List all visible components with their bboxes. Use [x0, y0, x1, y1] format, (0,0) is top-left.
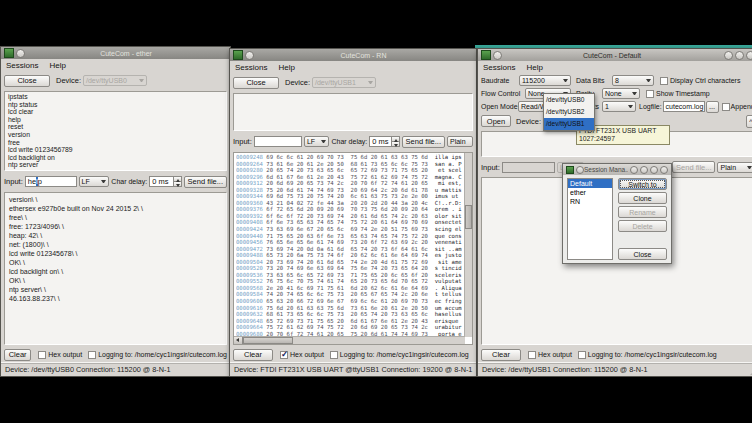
- menubar: Sessions Help: [478, 61, 752, 74]
- history-item[interactable]: lcd clear: [8, 108, 223, 116]
- logging-path: /home/cyc1ingsir/cutecom.log: [135, 351, 227, 358]
- device-dropdown-popup[interactable]: /dev/ttyUSB0/dev/ttyUSB2/dev/ttyUSB1: [543, 93, 595, 131]
- status-bar: Device: FTDI FT231X USB UART @ttyUSB1 Co…: [230, 362, 476, 376]
- close-icon[interactable]: [746, 51, 752, 60]
- output-line: ethersex e927b0e built on Nov 24 2015 2\…: [9, 204, 222, 213]
- menu-sessions[interactable]: Sessions: [483, 63, 515, 72]
- input-field[interactable]: help: [25, 176, 77, 187]
- display-mode-combo[interactable]: Plain: [717, 162, 752, 173]
- stop-bits-combo[interactable]: 1: [602, 101, 636, 112]
- device-option[interactable]: /dev/ttyUSB2: [544, 106, 594, 118]
- show-timestamp-label: Show Timestamp: [656, 90, 710, 97]
- device-label: Device:: [285, 78, 310, 87]
- logging-checkbox[interactable]: [578, 351, 586, 359]
- rename-button: Rename: [618, 206, 667, 218]
- delete-button: Delete: [618, 220, 667, 232]
- flow-control-label: Flow Control: [481, 90, 523, 97]
- baudrate-combo[interactable]: 115200: [519, 75, 571, 86]
- display-ctrl-checkbox[interactable]: [660, 77, 668, 85]
- menu-help[interactable]: Help: [278, 63, 294, 72]
- menu-sessions[interactable]: Sessions: [6, 61, 38, 70]
- titlebar[interactable]: CuteCom - ether: [1, 47, 230, 59]
- menu-sessions[interactable]: Sessions: [235, 63, 267, 72]
- parity-combo[interactable]: None: [602, 88, 640, 99]
- clear-button[interactable]: Clear: [481, 349, 521, 361]
- hex-output-checkbox[interactable]: [280, 351, 288, 359]
- char-delay-spinner[interactable]: 0 ms: [149, 176, 181, 187]
- horizontal-scrollbar[interactable]: [234, 336, 465, 344]
- minimize-icon[interactable]: [640, 166, 648, 174]
- dialog-close-button[interactable]: Close: [618, 248, 667, 260]
- send-file-button[interactable]: Send file...: [184, 176, 227, 188]
- open-button[interactable]: Open: [481, 115, 511, 127]
- history-item[interactable]: free: [8, 139, 223, 147]
- maximize-icon[interactable]: [735, 51, 744, 60]
- app-icon: [481, 50, 491, 60]
- device-option[interactable]: /dev/ttyUSB0: [544, 94, 594, 106]
- line-end-combo[interactable]: LF: [79, 176, 110, 187]
- char-delay-spinner[interactable]: 0 ms: [369, 136, 399, 147]
- session-list[interactable]: DefaultetherRN: [567, 178, 613, 260]
- logfile-browse-button[interactable]: ...: [706, 101, 719, 113]
- collapse-settings-button[interactable]: ^: [746, 115, 752, 128]
- logging-label: Logging to:: [98, 351, 133, 358]
- history-item[interactable]: ipstats: [8, 93, 223, 101]
- history-item[interactable]: ntp status: [8, 101, 223, 109]
- dialog-titlebar[interactable]: Session Mana...: [563, 164, 671, 175]
- input-field[interactable]: [254, 136, 302, 147]
- close-icon[interactable]: [660, 166, 668, 174]
- history-item[interactable]: help: [8, 116, 223, 124]
- send-file-button: Send file...: [672, 161, 715, 173]
- menu-help[interactable]: Help: [49, 61, 65, 70]
- session-item[interactable]: RN: [568, 197, 612, 206]
- history-item[interactable]: ntp server: [8, 161, 223, 169]
- history-item[interactable]: reset: [8, 123, 223, 131]
- titlebar[interactable]: CuteCom - Default: [478, 49, 752, 61]
- send-file-button[interactable]: Send file...: [402, 136, 445, 148]
- clear-button[interactable]: Clear: [4, 349, 31, 361]
- window-title: CuteCom - RN: [254, 52, 473, 59]
- history-item[interactable]: lcd write 0123456789: [8, 146, 223, 154]
- logging-checkbox[interactable]: [88, 351, 96, 359]
- window-ether: CuteCom - ether Sessions Help Close Devi…: [0, 46, 231, 377]
- history-item[interactable]: lcd backlight on: [8, 154, 223, 162]
- menu-help[interactable]: Help: [526, 63, 542, 72]
- scroll-left-arrow-icon: [234, 337, 243, 344]
- command-history-list[interactable]: [233, 93, 473, 131]
- close-button[interactable]: Close: [4, 75, 50, 87]
- device-option[interactable]: /dev/ttyUSB1: [544, 118, 594, 130]
- session-item[interactable]: ether: [568, 188, 612, 197]
- window-menu-icon[interactable]: [576, 166, 584, 174]
- show-timestamp-checkbox[interactable]: [646, 90, 654, 98]
- hex-output-checkbox[interactable]: [528, 351, 536, 359]
- close-button[interactable]: Close: [233, 77, 279, 89]
- vertical-scrollbar[interactable]: [464, 153, 472, 337]
- append-checkbox[interactable]: [722, 103, 730, 111]
- menubar: Sessions Help: [1, 59, 230, 72]
- append-label: Append: [731, 103, 752, 110]
- display-mode-combo[interactable]: Plain: [447, 136, 473, 147]
- logging-checkbox[interactable]: [330, 351, 338, 359]
- window-menu-icon[interactable]: [493, 51, 502, 60]
- data-bits-combo[interactable]: 8: [612, 75, 654, 86]
- maximize-icon[interactable]: [650, 166, 658, 174]
- command-history-list[interactable]: ipstatsntp statuslcd clearhelpresetversi…: [4, 91, 227, 171]
- output-line: 46.163.88.237\ \: [9, 294, 222, 303]
- shade-icon[interactable]: [630, 166, 638, 174]
- hex-output-checkbox[interactable]: [38, 351, 46, 359]
- session-item[interactable]: Default: [568, 179, 612, 188]
- titlebar[interactable]: CuteCom - RN: [230, 49, 476, 61]
- output-area[interactable]: version\ \ethersex e927b0e built on Nov …: [4, 192, 227, 345]
- switch-to-button[interactable]: Switch to: [618, 178, 667, 190]
- clear-button[interactable]: Clear: [233, 349, 273, 361]
- window-menu-icon[interactable]: [245, 51, 254, 60]
- input-label: Input:: [481, 163, 500, 172]
- history-item[interactable]: version: [8, 131, 223, 139]
- hex-output-label: Hex output: [538, 351, 572, 358]
- window-menu-icon[interactable]: [16, 49, 25, 58]
- hex-output-area[interactable]: 00009248 69 6c 6c 61 20 69 70 73 75 6d 2…: [233, 152, 473, 345]
- minimize-icon[interactable]: [724, 51, 733, 60]
- line-end-combo[interactable]: LF: [304, 136, 330, 147]
- clone-button[interactable]: Clone: [618, 192, 667, 204]
- logfile-field[interactable]: cutecom.log: [663, 101, 705, 112]
